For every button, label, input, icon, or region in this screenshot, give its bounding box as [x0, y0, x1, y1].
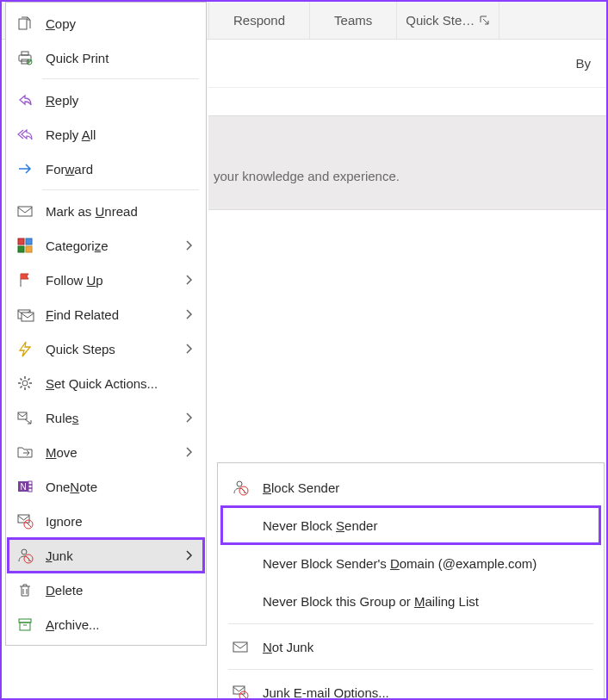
menu-onenote[interactable]: N OneNote — [8, 469, 204, 504]
dialog-launcher-icon[interactable] — [480, 15, 490, 26]
svg-rect-1 — [19, 55, 31, 61]
reply-icon — [15, 90, 35, 110]
mail-icon — [15, 201, 35, 221]
menu-mark-unread[interactable]: Mark as Unread — [8, 194, 204, 228]
info-banner: your knowledge and experience. — [208, 115, 606, 210]
submenu-never-block-domain[interactable]: Never Block Sender's Domain (@example.co… — [221, 544, 600, 582]
submenu-never-block-group[interactable]: Never Block this Group or Mailing List — [221, 582, 600, 620]
archive-icon — [15, 614, 35, 635]
menu-forward[interactable]: Forward — [8, 152, 204, 186]
submenu-not-junk[interactable]: Not Junk — [221, 628, 600, 666]
flag-icon — [15, 269, 35, 290]
ribbon-group-label: Quick Ste… — [406, 13, 475, 28]
junk-options-icon — [230, 682, 251, 700]
svg-point-12 — [22, 381, 28, 386]
menu-delete[interactable]: Delete — [8, 573, 204, 607]
chevron-right-icon — [185, 238, 195, 253]
svg-rect-8 — [18, 246, 24, 252]
svg-rect-6 — [18, 238, 24, 245]
trash-icon — [15, 579, 35, 600]
menu-label: Move — [46, 445, 185, 460]
menu-set-quick-actions[interactable]: Set Quick Actions... — [8, 366, 204, 400]
submenu-separator — [228, 669, 593, 670]
chevron-right-icon — [185, 411, 195, 425]
svg-rect-28 — [233, 686, 245, 694]
svg-rect-0 — [19, 19, 27, 29]
menu-label: Reply All — [46, 127, 195, 142]
svg-rect-13 — [18, 412, 27, 419]
menu-reply[interactable]: Reply — [8, 83, 204, 117]
menu-label: Set Quick Actions... — [46, 376, 195, 391]
svg-rect-24 — [20, 623, 30, 630]
submenu-block-sender[interactable]: Block Sender — [221, 468, 600, 506]
submenu-label: Block Sender — [263, 480, 339, 495]
onenote-icon: N — [15, 476, 35, 497]
chevron-right-icon — [185, 342, 195, 356]
gear-icon — [15, 373, 35, 393]
ribbon-group-label: Teams — [334, 13, 372, 28]
forward-icon — [15, 158, 35, 179]
submenu-separator — [228, 623, 593, 624]
menu-label: OneNote — [46, 480, 195, 494]
chevron-right-icon — [185, 307, 195, 322]
menu-label: Rules — [46, 411, 185, 425]
submenu-never-block-sender[interactable]: Never Block Sender — [221, 506, 600, 544]
svg-rect-11 — [22, 313, 34, 321]
menu-quick-print[interactable]: Quick Print — [8, 40, 204, 75]
by-label[interactable]: By — [575, 56, 591, 71]
rules-icon — [15, 407, 35, 428]
banner-text: your knowledge and experience. — [214, 169, 400, 183]
svg-text:N: N — [20, 482, 26, 492]
svg-rect-16 — [28, 481, 32, 485]
menu-label: Copy — [46, 16, 195, 31]
menu-copy[interactable]: Copy — [8, 6, 204, 40]
ribbon-group-label: Respond — [233, 13, 285, 28]
menu-label: Quick Steps — [46, 342, 185, 356]
submenu-label: Never Block this Group or Mailing List — [263, 594, 479, 609]
ignore-icon — [15, 511, 35, 531]
menu-label: Mark as Unread — [46, 204, 195, 219]
svg-rect-2 — [22, 52, 28, 55]
menu-separator — [42, 78, 199, 79]
move-folder-icon — [15, 442, 35, 462]
ribbon-group-quicksteps[interactable]: Quick Ste… — [396, 2, 499, 39]
submenu-label: Never Block Sender's Domain (@example.co… — [263, 556, 537, 571]
menu-label: Forward — [46, 162, 195, 177]
menu-quick-steps[interactable]: Quick Steps — [8, 331, 204, 366]
menu-reply-all[interactable]: Reply All — [8, 117, 204, 152]
svg-rect-23 — [19, 619, 31, 623]
block-sender-icon — [230, 477, 251, 498]
copy-icon — [15, 13, 35, 34]
chevron-right-icon — [185, 273, 195, 288]
menu-move[interactable]: Move — [8, 435, 204, 469]
reply-all-icon — [15, 124, 35, 145]
submenu-label: Not Junk — [263, 640, 313, 654]
lightning-icon — [15, 338, 35, 359]
menu-find-related[interactable]: Find Related — [8, 297, 204, 331]
menu-rules[interactable]: Rules — [8, 400, 204, 435]
menu-junk[interactable]: Junk — [8, 538, 204, 573]
menu-label: Junk — [46, 548, 185, 563]
menu-follow-up[interactable]: Follow Up — [8, 263, 204, 297]
junk-submenu: Block Sender Never Block Sender Never Bl… — [217, 462, 605, 700]
svg-rect-18 — [28, 488, 32, 492]
ribbon-group-teams[interactable]: Teams — [309, 2, 396, 39]
chevron-right-icon — [185, 548, 195, 563]
menu-label: Delete — [46, 583, 195, 598]
find-related-icon — [15, 304, 35, 325]
menu-label: Ignore — [46, 514, 195, 529]
menu-ignore[interactable]: Ignore — [8, 504, 204, 538]
menu-label: Find Related — [46, 307, 185, 322]
menu-label: Archive... — [46, 617, 195, 632]
menu-label: Categorize — [46, 238, 185, 253]
menu-label: Follow Up — [46, 273, 185, 288]
menu-archive[interactable]: Archive... — [8, 607, 204, 641]
menu-categorize[interactable]: Categorize — [8, 228, 204, 263]
chevron-right-icon — [185, 445, 195, 460]
submenu-label: Never Block Sender — [263, 518, 377, 533]
menu-label: Reply — [46, 93, 195, 108]
svg-rect-9 — [26, 246, 32, 252]
submenu-junk-options[interactable]: Junk E-mail Options... — [221, 673, 600, 700]
menu-label: Quick Print — [46, 51, 195, 65]
ribbon-group-respond[interactable]: Respond — [208, 2, 309, 39]
